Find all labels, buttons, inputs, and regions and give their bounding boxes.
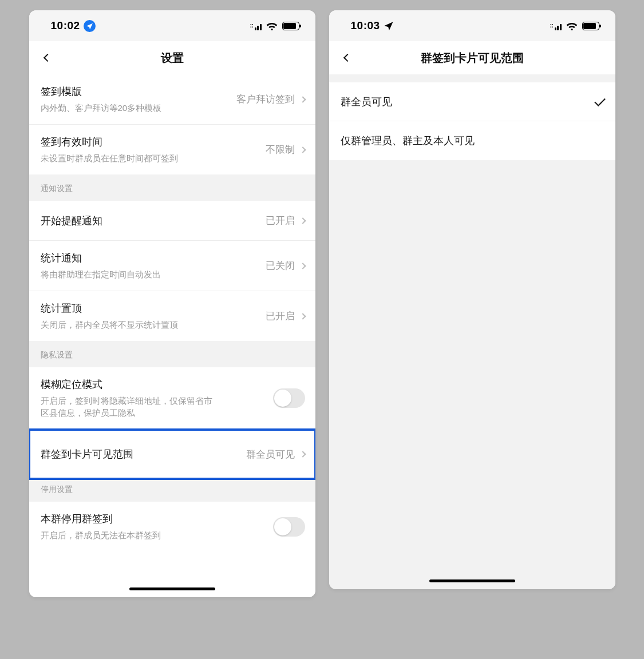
row-title: 签到有效时间 [41, 135, 266, 149]
phone-right: 10:03 :: 群签到卡片可见范围 群全员可见 仅群管理员、群主及本人可见 [329, 10, 615, 589]
chevron-left-icon [43, 54, 51, 62]
row-stats-notify[interactable]: 统计通知 将由群助理在指定时间自动发出 已关闭 [29, 241, 315, 291]
option-all-members[interactable]: 群全员可见 [329, 82, 615, 121]
chevron-right-icon [299, 451, 306, 457]
option-label: 仅群管理员、群主及本人可见 [341, 134, 605, 148]
option-label: 群全员可见 [341, 95, 595, 109]
section-header-privacy: 隐私设置 [29, 341, 315, 367]
row-start-reminder[interactable]: 开始提醒通知 已开启 [29, 201, 315, 241]
row-title: 模糊定位模式 [41, 378, 273, 391]
battery-icon [582, 22, 599, 30]
signal-icon: :: [550, 22, 562, 30]
settings-content: 签到模版 内外勤、客户拜访等20多种模板 客户拜访签到 签到有效时间 未设置时群… [29, 74, 315, 580]
row-title: 本群停用群签到 [41, 512, 273, 526]
nav-bar: 设置 [29, 41, 315, 74]
list-disable: 本群停用群签到 开启后，群成员无法在本群签到 [29, 502, 315, 551]
row-title: 签到模版 [41, 85, 236, 98]
list-visibility-options: 群全员可见 仅群管理员、群主及本人可见 [329, 82, 615, 160]
status-time: 10:03 [351, 19, 380, 32]
back-button[interactable] [339, 50, 355, 66]
row-card-visibility[interactable]: 群签到卡片可见范围 群全员可见 [29, 430, 315, 479]
status-time: 10:02 [51, 19, 80, 32]
row-sub: 将由群助理在指定时间自动发出 [41, 268, 266, 280]
row-title: 开始提醒通知 [41, 214, 266, 228]
phone-left: 10:02 :: 设置 签到模版 内外勤、客户拜访等20多种模板 [29, 10, 315, 597]
visibility-content: 群全员可见 仅群管理员、群主及本人可见 [329, 74, 615, 572]
home-indicator[interactable] [29, 580, 315, 597]
row-signin-valid-time[interactable]: 签到有效时间 未设置时群成员在任意时间都可签到 不限制 [29, 125, 315, 174]
chevron-right-icon [299, 313, 306, 319]
toggle-fuzzy-location[interactable] [273, 388, 305, 408]
chevron-left-icon [343, 54, 351, 62]
list-basic: 签到模版 内外勤、客户拜访等20多种模板 客户拜访签到 签到有效时间 未设置时群… [29, 74, 315, 174]
row-value: 群全员可见 [246, 448, 295, 461]
row-value: 已关闭 [266, 259, 295, 272]
page-title: 设置 [29, 50, 315, 66]
chevron-right-icon [299, 263, 306, 269]
section-header-disable: 停用设置 [29, 479, 315, 502]
row-value: 已开启 [266, 214, 295, 227]
battery-icon [282, 22, 299, 30]
row-stats-pin[interactable]: 统计置顶 关闭后，群内全员将不显示统计置顶 已开启 [29, 291, 315, 341]
row-disable-group-signin[interactable]: 本群停用群签到 开启后，群成员无法在本群签到 [29, 502, 315, 551]
check-icon [594, 95, 606, 106]
status-right: :: [250, 21, 299, 30]
chevron-right-icon [299, 217, 306, 224]
row-value: 客户拜访签到 [236, 93, 295, 106]
chevron-right-icon [299, 96, 306, 102]
row-sub: 未设置时群成员在任意时间都可签到 [41, 152, 266, 164]
wifi-icon [266, 21, 278, 30]
wifi-icon [566, 21, 578, 30]
location-icon [384, 21, 394, 31]
row-value: 已开启 [266, 309, 295, 323]
chevron-right-icon [299, 146, 306, 153]
status-bar: 10:03 :: [329, 10, 615, 41]
row-signin-template[interactable]: 签到模版 内外勤、客户拜访等20多种模板 客户拜访签到 [29, 74, 315, 125]
row-sub: 关闭后，群内全员将不显示统计置顶 [41, 319, 266, 331]
row-title: 统计通知 [41, 251, 266, 265]
nav-bar: 群签到卡片可见范围 [329, 41, 615, 74]
list-notify: 开始提醒通知 已开启 统计通知 将由群助理在指定时间自动发出 已关闭 统计置顶 … [29, 201, 315, 341]
page-title: 群签到卡片可见范围 [329, 50, 615, 66]
row-title: 统计置顶 [41, 301, 266, 315]
status-bar: 10:02 :: [29, 10, 315, 41]
option-admins-only[interactable]: 仅群管理员、群主及本人可见 [329, 121, 615, 160]
row-fuzzy-location[interactable]: 模糊定位模式 开启后，签到时将隐藏详细地址，仅保留省市区县信息，保护员工隐私 [29, 367, 315, 430]
signal-icon: :: [250, 22, 262, 30]
back-button[interactable] [39, 50, 56, 66]
list-privacy: 模糊定位模式 开启后，签到时将隐藏详细地址，仅保留省市区县信息，保护员工隐私 群… [29, 367, 315, 479]
row-sub: 开启后，签到时将隐藏详细地址，仅保留省市区县信息，保护员工隐私 [41, 395, 218, 419]
section-header-notify: 通知设置 [29, 174, 315, 201]
row-sub: 内外勤、客户拜访等20多种模板 [41, 102, 236, 114]
row-value: 不限制 [266, 143, 295, 156]
status-right: :: [550, 21, 599, 30]
location-icon [84, 20, 96, 32]
toggle-disable-signin[interactable] [273, 517, 305, 537]
home-indicator[interactable] [329, 572, 615, 589]
row-sub: 开启后，群成员无法在本群签到 [41, 529, 273, 541]
row-title: 群签到卡片可见范围 [41, 447, 246, 461]
